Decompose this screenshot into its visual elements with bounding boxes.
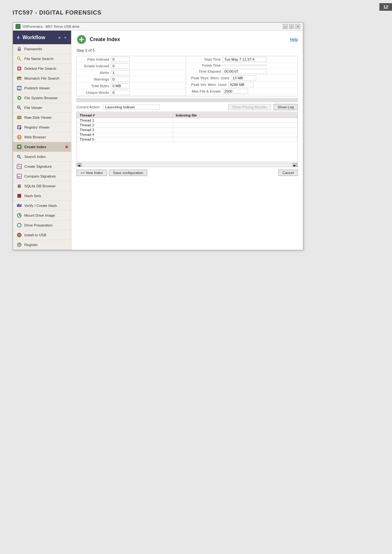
sidebar-item-label: File System Browser (24, 96, 68, 100)
minimize-button[interactable]: — (283, 24, 288, 29)
sidebar-item-hash-sets[interactable]: Hash Sets (13, 191, 71, 201)
stat-value: 0 (111, 57, 130, 62)
stat-max-file-emails: Max File & Emails 2500 (189, 88, 298, 95)
svg-point-49 (17, 243, 21, 247)
mount-drive-image-icon (16, 212, 22, 219)
show-precog-button[interactable]: Show Precog Results (228, 104, 271, 110)
help-link[interactable]: Help (290, 37, 298, 42)
sidebar-item-create-signature[interactable]: Create Signature (13, 162, 71, 172)
sidebar-item-search-index[interactable]: Search Index (13, 152, 71, 162)
hash-sets-icon (16, 193, 22, 199)
svg-rect-40 (17, 194, 21, 198)
active-indicator-dot (65, 146, 68, 148)
indexing-file-cell (173, 137, 298, 142)
step-label: Step 5 of 5 (76, 48, 298, 53)
sidebar-item-mount-drive-image[interactable]: Mount Drive Image (13, 211, 71, 220)
svg-point-39 (18, 186, 21, 188)
sidebar-item-raw-disk-viewer[interactable]: Raw Disk Viewer (13, 113, 71, 123)
sidebar-item-mismatch-file-search[interactable]: ABC Mismatch File Search (13, 74, 71, 83)
stat-warnings: Warnings 0 (77, 76, 186, 83)
svg-rect-11 (18, 87, 19, 89)
indexing-file-cell (173, 123, 298, 128)
stat-value: 0 (111, 63, 130, 69)
progress-bar (76, 98, 298, 102)
web-browser-icon (16, 134, 22, 140)
sidebar-item-register[interactable]: Register (13, 240, 71, 250)
svg-point-3 (17, 57, 20, 59)
indexing-file-cell (173, 132, 298, 137)
scroll-left-button[interactable]: ◄ (77, 163, 82, 167)
stat-time-elapsed: Time Elapsed 00:00:07 (189, 68, 298, 75)
svg-point-0 (16, 25, 20, 28)
thread-table-container: Thread # Indexing file Thread 1 Thread 2 (76, 111, 298, 162)
svg-point-2 (18, 47, 20, 49)
stat-alerts: Alerts 1 (77, 69, 186, 76)
stat-label: Warnings (79, 77, 111, 81)
mismatch-file-search-icon: ABC (16, 75, 22, 81)
svg-rect-12 (19, 87, 20, 89)
stat-value: Tue May 7 11:37:4 (223, 57, 267, 62)
current-action-label: Current Action: (76, 105, 100, 109)
sidebar-item-label: Drive Preparation (24, 223, 68, 227)
stat-label: Max File & Emails (191, 89, 223, 93)
svg-text:ABC: ABC (18, 78, 22, 80)
sidebar-item-compare-signature[interactable]: Compare Signature (13, 172, 71, 181)
sidebar-item-label: Mount Drive Image (24, 214, 68, 217)
indexing-file-col-header: Indexing file (173, 113, 298, 118)
deleted-file-search-icon (16, 65, 22, 72)
main-title-row: Create Index (76, 34, 120, 45)
sidebar-collapse-arrow[interactable]: ◄ (57, 35, 61, 40)
sidebar-item-web-browser[interactable]: Web Browser (13, 132, 71, 142)
sidebar-item-deleted-file-search[interactable]: Deleted File Search (13, 64, 71, 74)
sidebar-item-file-viewer[interactable]: File Viewer (13, 103, 71, 113)
sidebar-item-prefetch-viewer[interactable]: Prefetch Viewer (13, 83, 71, 93)
thread-cell: Thread 5 (77, 137, 173, 142)
thread-col-header: Thread # (77, 113, 173, 118)
page-title: ITC597 - DIGITAL FORENSICS (13, 9, 379, 16)
sidebar-item-verify-create-hash[interactable]: Verify / Create Hash (13, 201, 71, 211)
create-index-icon (16, 144, 22, 150)
verify-create-hash-icon (16, 202, 22, 209)
table-row: Thread 1 (77, 118, 298, 123)
scroll-right-button[interactable]: ► (292, 163, 298, 167)
sidebar-expand-arrow[interactable]: ► (64, 36, 67, 39)
sidebar-item-drive-preparation[interactable]: Drive Preparation (13, 220, 71, 230)
svg-rect-34 (18, 156, 19, 157)
install-to-usb-icon (16, 232, 22, 238)
show-log-button[interactable]: Show Log (274, 104, 298, 110)
horizontal-scrollbar[interactable]: ◄ ► (76, 163, 298, 167)
stat-label: Files Indexed (79, 57, 111, 61)
sidebar-item-file-system-browser[interactable]: File System Browser (13, 93, 71, 103)
sidebar-workflow-label: Workflow (22, 35, 45, 40)
file-name-search-icon (16, 56, 22, 62)
sidebar-item-file-name-search[interactable]: File Name Search (13, 54, 71, 64)
svg-point-15 (18, 97, 20, 99)
cancel-button[interactable]: Cancel (278, 170, 298, 176)
app-icon (15, 24, 21, 29)
stats-container: Files Indexed 0 Emails Indexed 0 Alerts … (76, 56, 298, 96)
sidebar-item-label: Prefetch Viewer (24, 86, 68, 90)
table-row: Thread 5 (77, 137, 298, 142)
stat-label: Emails Indexed (79, 64, 111, 68)
maximize-button[interactable]: □ (289, 24, 294, 29)
close-button[interactable]: × (295, 24, 300, 29)
sidebar-item-install-to-usb[interactable]: Install to USB (13, 230, 71, 240)
stat-label: Peak Virt. Mem. Used (191, 83, 228, 87)
window-controls[interactable]: — □ × (283, 24, 300, 29)
sidebar-item-registry-viewer[interactable]: Registry Viewer (13, 123, 71, 132)
sidebar-item-label: Web Browser (24, 135, 68, 139)
indexing-file-cell (173, 118, 298, 123)
svg-line-33 (20, 157, 21, 159)
stat-value: 0 MB (111, 83, 130, 88)
sidebar-item-sqlite-db-browser[interactable]: SQLite DB Browser (13, 181, 71, 191)
stat-value: 4288 MB (228, 82, 254, 87)
sidebar-item-label: Hash Sets (24, 194, 68, 198)
new-index-button[interactable]: << New Index (76, 170, 107, 176)
sidebar-item-passwords[interactable]: Passwords (13, 44, 71, 54)
window-title: OSForensics - M57-Terrys USB drive (22, 25, 80, 28)
table-row: Thread 2 (77, 123, 298, 128)
save-configuration-button[interactable]: Save configuration (109, 170, 147, 176)
table-row: Thread 4 (77, 132, 298, 137)
stat-start-time: Start Time Tue May 7 11:37:4 (189, 56, 298, 63)
sidebar-item-create-index[interactable]: Create Index (13, 142, 71, 152)
